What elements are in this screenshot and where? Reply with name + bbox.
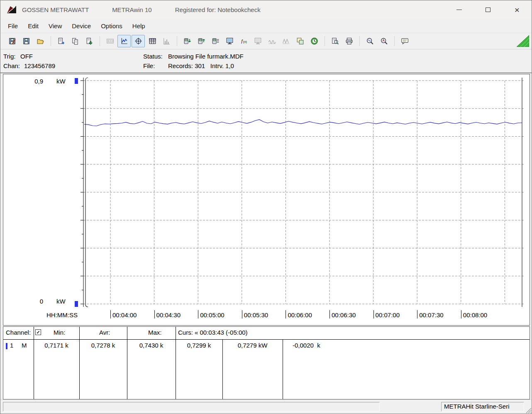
resize-grip[interactable] [525,407,531,413]
clock-icon [310,37,318,45]
maximize-icon [486,7,491,12]
chan-value: 123456789 [24,62,55,69]
table-header-cursor: Curs: « 00:03:43 (-05:00) [178,329,248,336]
table-header-channel: Channel: [6,329,31,336]
histogram-view-button [160,35,173,47]
bars-icon [163,37,171,45]
function-button[interactable]: ƒ(x) [237,35,250,47]
trig-label: Trig: [3,53,15,60]
export-text-button[interactable] [54,35,68,47]
timer-button[interactable] [307,35,321,47]
wave-low-button [265,35,278,47]
x-tick [242,310,242,318]
x-tick-label: 00:05:30 [244,311,268,318]
close-icon [515,5,520,14]
table-icon [149,37,156,45]
toolbar-separator [359,36,360,46]
page-arrow-icon [85,37,93,45]
channel-color-bar [6,343,7,349]
open-button[interactable] [34,35,47,47]
wave-high-button [279,35,293,47]
table-header-max: Max: [148,329,162,336]
monitor2-icon [254,37,262,45]
toolbar-separator [325,36,325,46]
range-marker-top[interactable] [75,78,78,84]
channel-table: Channel: ✓ Min: Avr: Max: Curs: « 00:03:… [3,326,530,399]
device-send-button[interactable] [195,35,208,47]
new-record-button[interactable] [5,35,19,47]
menu-options[interactable]: Options [96,20,127,32]
x-tick-label: 00:05:00 [200,311,224,318]
table-view-button[interactable] [146,35,159,47]
connection-indicator-icon [517,35,529,47]
device-list-icon [212,37,220,45]
channel-mode: M [22,342,27,349]
statusbar-message-field [3,402,380,412]
plot-area[interactable] [3,74,530,310]
range-marker-bottom[interactable] [75,301,78,307]
x-tick [329,310,330,318]
status-panel: Trig: OFF Chan: 123456789 Status: Browsi… [0,49,532,73]
trend-view-button[interactable] [117,35,131,47]
print-button[interactable] [342,35,356,47]
x-tick-label: 00:07:30 [419,311,443,318]
copy-channel-button[interactable] [293,35,307,47]
channel-cursor1-value: 0,7299 k [176,342,222,349]
print-preview-button[interactable] [328,35,342,47]
channel-min-value: 0,7171 k [34,342,79,349]
x-tick-label: 00:08:00 [463,311,487,318]
menu-file[interactable]: File [3,20,23,32]
x-tick [286,310,286,318]
note-icon [401,37,409,45]
lcd-icon: 8.8.8 [106,37,114,45]
x-tick [110,310,111,318]
app-logo-icon [6,5,17,15]
minimize-button[interactable] [444,0,473,19]
table-column-divider [127,327,127,399]
zoom-time-button[interactable] [363,35,376,47]
printer-icon [345,37,353,45]
channel-visible-checkbox[interactable]: ✓ [35,329,41,335]
monitor-icon [226,37,234,45]
device-read-button[interactable] [181,35,194,47]
channel-number: 1 [10,342,13,349]
chart-panel: 0,9 kW 0 kW HH:MM:SS 00:04:0000:04:3000:… [3,74,530,326]
export-clipboard-button[interactable] [68,35,82,47]
window-controls [444,0,532,19]
toolbar-separator [51,36,51,46]
title-product-name: METRAwin 10 [112,6,152,13]
table-column-divider [283,339,283,399]
zoom-cursor-button[interactable] [377,35,390,47]
y-axis-unit-bottom: kW [56,298,66,305]
channel-cursor2-value: 0,7279 kW [222,342,283,349]
menu-device[interactable]: Device [67,20,96,32]
menu-help[interactable]: Help [127,20,150,32]
online-monitor-button[interactable] [223,35,236,47]
title-registered: Registered for: Notebookcheck [175,6,261,13]
annotation-button[interactable] [398,35,411,47]
maximize-button[interactable] [473,0,503,19]
statusbar-device-field: METRAHit Starline-Seri [441,402,524,412]
export-file-button[interactable] [83,35,96,47]
folder-open-icon [37,37,44,45]
channel-max-value: 0,7430 k [127,342,176,349]
menu-edit[interactable]: Edit [23,20,44,32]
menu-view[interactable]: View [44,20,67,32]
y-axis-min-label: 0 [25,298,43,305]
save-button[interactable] [20,35,33,47]
status-bar: METRAHit Starline-Seri [0,399,532,414]
table-header-min: Min: [54,329,65,336]
toolbar-separator [177,36,177,46]
device-up-icon [198,37,205,45]
copy-icon [296,37,304,45]
preview-icon [331,37,339,45]
trig-value: OFF [20,53,33,60]
device-settings-button[interactable] [209,35,222,47]
device-down-icon [183,37,191,45]
x-tick [461,310,461,318]
meter-view-button[interactable] [132,35,145,47]
toolbar-separator [100,36,100,46]
chan-label: Chan: [3,62,20,69]
close-button[interactable] [503,0,532,19]
svg-text:8.8.8: 8.8.8 [108,39,114,42]
